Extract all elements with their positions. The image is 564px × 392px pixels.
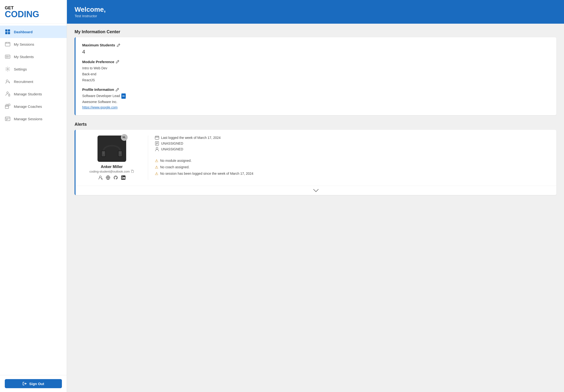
sidebar-item-label-my-students: My Students [14,55,34,59]
recruitment-icon [5,79,11,84]
logo-coding: CODING [5,10,62,19]
sidebar-item-my-sessions[interactable]: My Sessions [0,38,67,50]
module-item-2: ReactJS [82,77,550,83]
alert-details: Last logged the week of March 17, 2024 [148,136,550,180]
svg-point-13 [6,80,8,82]
welcome-header: Welcome, Test Instructor [67,0,564,24]
student-social-icons [98,175,126,180]
max-students-value: 4 [82,49,550,56]
document-icon [155,141,159,146]
last-logged-text: Last logged the week of March 17, 2024 [161,136,220,140]
sidebar-item-label-settings: Settings [14,67,27,71]
svg-point-48 [122,176,122,177]
warning2-icon: ⚠ [155,165,158,169]
svg-rect-1 [8,29,10,31]
sidebar-item-label-my-sessions: My Sessions [14,42,34,46]
svg-rect-4 [5,42,10,46]
info-center-card: Maximum Students 4 Module Preference [75,37,556,115]
warning2-text: No coach assigned. [160,165,190,169]
welcome-user: Test Instructor [75,14,556,18]
max-students-label: Maximum Students [82,43,550,47]
copy-email-icon[interactable] [131,170,134,173]
settings-icon [5,66,11,72]
manage-students-icon [5,91,11,97]
svg-rect-3 [8,32,10,34]
svg-rect-25 [6,119,7,120]
students-icon [5,54,11,59]
content-area: My Information Center Maximum Students 4 [67,24,564,201]
dashboard-icon [5,29,11,35]
profile-company: Awesome Software Inc. [82,99,550,105]
info-center-section: My Information Center Maximum Students 4 [75,29,556,115]
warning1-text: No module assigned. [160,159,192,163]
svg-point-12 [7,68,8,70]
main-content: Welcome, Test Instructor My Information … [67,0,564,392]
linkedin-badge: in [121,94,126,99]
sidebar-item-label-recruitment: Recruitment [14,80,33,84]
alert-divider [155,153,550,156]
sidebar-item-label-manage-sessions: Manage Sessions [14,117,42,121]
student-github-icon[interactable] [113,175,118,180]
person-icon [155,147,159,151]
expand-alerts-button[interactable] [76,186,556,195]
sidebar-item-label-manage-coaches: Manage Coaches [14,104,42,109]
module-item-1: Back-end [82,71,550,77]
signout-button[interactable]: Sign Out [5,379,62,388]
profile-label: Profile Information [82,87,550,92]
student-linkedin-icon[interactable] [121,175,126,180]
sidebar: GET CODING Dashboard [0,0,67,392]
warning1-row: ⚠ No module assigned. [155,158,550,163]
unassigned1-text: UNASSIGNED [161,141,183,145]
svg-rect-18 [5,105,9,109]
svg-rect-47 [122,177,122,179]
sidebar-item-manage-coaches[interactable]: Manage Coaches [0,100,67,112]
last-logged-row: Last logged the week of March 17, 2024 [155,136,550,140]
signout-icon [22,381,27,386]
unassigned2-row: UNASSIGNED [155,147,550,151]
warning2-row: ⚠ No coach assigned. [155,165,550,169]
profile-title-text: Software Developer Lead [82,93,120,99]
alerts-title: Alerts [75,122,556,127]
student-card: NL Anker Miller coding-student@outlook.c… [81,136,148,180]
svg-rect-0 [5,29,7,31]
unassigned2-text: UNASSIGNED [161,147,183,151]
sidebar-item-manage-sessions[interactable]: Manage Sessions [0,112,67,125]
sidebar-item-recruitment[interactable]: Recruitment [0,75,67,88]
alerts-section: Alerts [75,122,556,195]
profile-section: Profile Information Software Developer L… [82,87,550,109]
svg-line-31 [118,89,118,89]
profile-link-row: https://www.google.com [82,105,550,110]
student-role-icon[interactable] [98,175,103,180]
alert-item: NL Anker Miller coding-student@outlook.c… [76,130,556,186]
student-avatar-container: NL [97,136,126,162]
svg-point-57 [156,147,158,149]
sidebar-item-settings[interactable]: Settings [0,63,67,75]
manage-coaches-icon [5,103,11,109]
warning3-row: ⚠ No session has been logged since the w… [155,171,550,176]
alerts-card: NL Anker Miller coding-student@outlook.c… [75,130,556,195]
profile-edit-icon[interactable] [115,88,119,92]
svg-point-9 [6,56,8,57]
signout-area: Sign Out [0,375,67,392]
warning3-icon: ⚠ [155,171,158,176]
sidebar-item-my-students[interactable]: My Students [0,50,67,63]
student-name: Anker Miller [101,165,123,169]
student-initials-badge: NL [121,134,128,141]
svg-line-30 [118,61,119,61]
svg-rect-2 [5,32,7,34]
svg-rect-26 [7,119,8,120]
sidebar-item-manage-students[interactable]: Manage Students [0,88,67,100]
svg-marker-16 [9,94,10,96]
student-website-icon[interactable] [106,175,110,180]
max-students-edit-icon[interactable] [117,43,121,47]
module-pref-edit-icon[interactable] [116,60,120,64]
warning1-icon: ⚠ [155,158,158,163]
sidebar-item-dashboard[interactable]: Dashboard [0,26,67,38]
student-initials: NL [123,136,126,139]
info-center-title: My Information Center [75,29,556,34]
profile-link[interactable]: https://www.google.com [82,105,118,109]
module-item-0: Intro to Web Dev [82,65,550,71]
svg-line-29 [119,44,120,45]
svg-rect-38 [131,170,134,173]
svg-point-6 [6,42,7,43]
